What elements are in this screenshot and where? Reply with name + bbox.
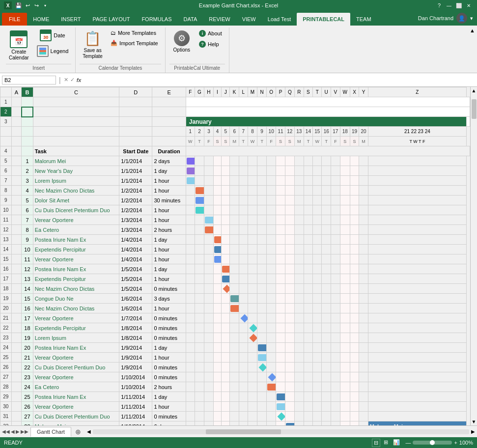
cell-b9[interactable]: 5: [22, 196, 33, 205]
gantt-cell-r15-d6[interactable]: [230, 254, 239, 264]
cell-d12[interactable]: 1/3/2014: [119, 225, 152, 235]
gantt-cell-r8-d17[interactable]: [331, 186, 340, 196]
cell-e9[interactable]: 30 minutes: [152, 196, 186, 205]
gantt-cell-r15-d7[interactable]: [239, 254, 248, 264]
gantt-cell-r22-d3[interactable]: [204, 323, 214, 333]
gantt-cell-r21-d2[interactable]: [195, 313, 204, 323]
tab-insert[interactable]: INSERT: [55, 13, 86, 26]
gantt-cell-r32-d18[interactable]: [340, 421, 350, 426]
cell-a11[interactable]: [11, 215, 21, 225]
cell-e27[interactable]: 0 minutes: [152, 372, 186, 382]
gantt-cell-r31-d10[interactable]: [267, 412, 276, 421]
cell-d11[interactable]: 1/3/2014: [119, 215, 152, 225]
gantt-cell-r6-d14[interactable]: [304, 166, 312, 176]
gantt-cell-r18-d15[interactable]: [313, 284, 322, 294]
gantt-cell-r20-d17[interactable]: [331, 304, 340, 313]
gantt-last-r23[interactable]: [368, 333, 466, 343]
gantt-cell-r25-d8[interactable]: [248, 353, 257, 363]
gantt-cell-r5-d5[interactable]: [221, 156, 229, 166]
task-name-label[interactable]: Malorum Mei: [35, 158, 66, 164]
tab-file[interactable]: FILE: [2, 13, 27, 26]
gantt-last-r31[interactable]: [368, 412, 466, 421]
gantt-cell-r32-d4[interactable]: [213, 421, 221, 426]
cell-b22[interactable]: 18: [22, 323, 33, 333]
cell-e12[interactable]: 2 hours: [152, 225, 186, 235]
gantt-cell-r5-d20[interactable]: [359, 156, 368, 166]
cell-d5[interactable]: 1/1/2014: [119, 156, 152, 166]
gantt-cell-r15-d4[interactable]: Verear Oportere: [213, 254, 221, 264]
col-header-b[interactable]: B: [22, 87, 33, 97]
cell-d29[interactable]: 1/11/2014: [119, 392, 152, 402]
gantt-cell-r24-d3[interactable]: [204, 343, 214, 353]
gantt-cell-r20-d19[interactable]: [350, 304, 359, 313]
cell-e3[interactable]: [152, 117, 186, 127]
gantt-cell-r9-d4[interactable]: [213, 196, 221, 205]
gantt-cell-r24-d1[interactable]: [186, 343, 195, 353]
tab-page-layout[interactable]: PAGE LAYOUT: [86, 13, 136, 26]
gantt-cell-r19-d7[interactable]: [239, 294, 248, 304]
gantt-cell-r17-d15[interactable]: [313, 274, 322, 284]
cell-e28[interactable]: 2 hours: [152, 382, 186, 392]
formula-input[interactable]: [83, 76, 475, 84]
gantt-cell-r25-d12[interactable]: [285, 353, 294, 363]
gantt-cell-r13-d15[interactable]: [313, 235, 322, 245]
gantt-cell-r15-d11[interactable]: [276, 254, 285, 264]
cell-e10[interactable]: 1 hour: [152, 205, 186, 215]
tab-printablecal[interactable]: PRINTABLECAL: [297, 13, 350, 26]
cell-a9[interactable]: [11, 196, 21, 205]
gantt-cell-r24-d12[interactable]: [285, 343, 294, 353]
gantt-cell-r20-d10[interactable]: [267, 304, 276, 313]
tab-review[interactable]: REVIEW: [203, 13, 236, 26]
gantt-cell-r26-d14[interactable]: [304, 363, 312, 372]
gantt-cell-r5-d8[interactable]: [248, 156, 257, 166]
cell-b16[interactable]: 12: [22, 264, 33, 274]
tab-load-test[interactable]: Load Test: [262, 13, 297, 26]
cell-b21[interactable]: 17: [22, 313, 33, 323]
gantt-cell-r24-d7[interactable]: [239, 343, 248, 353]
cell-e19[interactable]: 3 days: [152, 294, 186, 304]
gantt-cell-r6-d12[interactable]: [285, 166, 294, 176]
gantt-cell-r9-d5[interactable]: [221, 196, 229, 205]
gantt-cell-r7-d3[interactable]: [204, 176, 214, 186]
gantt-cell-r12-d13[interactable]: [294, 225, 304, 235]
gantt-cell-r20-d11[interactable]: [276, 304, 285, 313]
gantt-cell-r29-d4[interactable]: [213, 392, 221, 402]
gantt-cell-r15-d5[interactable]: [221, 254, 229, 264]
gantt-cell-r29-d14[interactable]: [304, 392, 312, 402]
gantt-cell-r20-d16[interactable]: [322, 304, 331, 313]
gantt-cell-r15-d14[interactable]: [304, 254, 312, 264]
gantt-cell-r14-d16[interactable]: [322, 245, 331, 254]
cell-b8[interactable]: 4: [22, 186, 33, 196]
cell-e2[interactable]: [152, 107, 186, 117]
gantt-cell-r20-d13[interactable]: [294, 304, 304, 313]
cell-a3b[interactable]: [11, 127, 21, 137]
gantt-cell-r8-d20[interactable]: [359, 186, 368, 196]
help-button[interactable]: ?: [438, 2, 441, 8]
gantt-cell-r22-d16[interactable]: [322, 323, 331, 333]
gantt-cell-r16-d15[interactable]: [313, 264, 322, 274]
gantt-cell-r30-d14[interactable]: [304, 402, 312, 412]
gantt-cell-r18-d8[interactable]: [248, 284, 257, 294]
gantt-cell-r30-d8[interactable]: [248, 402, 257, 412]
gantt-last-r26[interactable]: [368, 363, 466, 372]
gantt-cell-r30-d12[interactable]: [285, 402, 294, 412]
cell-c18[interactable]: Nec Mazim Choro Dictas: [33, 284, 119, 294]
cell-b3b[interactable]: [22, 127, 33, 137]
gantt-cell-r15-d10[interactable]: [267, 254, 276, 264]
gantt-cell-r17-d4[interactable]: [213, 274, 221, 284]
gantt-cell-r19-d5[interactable]: [221, 294, 229, 304]
gantt-cell-r9-d16[interactable]: [322, 196, 331, 205]
gantt-cell-r6-d16[interactable]: [322, 166, 331, 176]
gantt-cell-r7-d1[interactable]: Lorem Ipsum: [186, 176, 195, 186]
gantt-cell-r6-d3[interactable]: [204, 166, 214, 176]
cell-b19[interactable]: 15: [22, 294, 33, 304]
gantt-cell-r31-d8[interactable]: [248, 412, 257, 421]
cell-a5[interactable]: [11, 156, 21, 166]
gantt-cell-r22-d4[interactable]: [213, 323, 221, 333]
cell-d2[interactable]: [119, 107, 152, 117]
gantt-cell-r19-d19[interactable]: [350, 294, 359, 304]
gantt-cell-r20-d5[interactable]: [221, 304, 229, 313]
gantt-cell-r9-d19[interactable]: [350, 196, 359, 205]
gantt-cell-r24-d19[interactable]: [350, 343, 359, 353]
cell-c14[interactable]: Expetendis Percipitur: [33, 245, 119, 254]
